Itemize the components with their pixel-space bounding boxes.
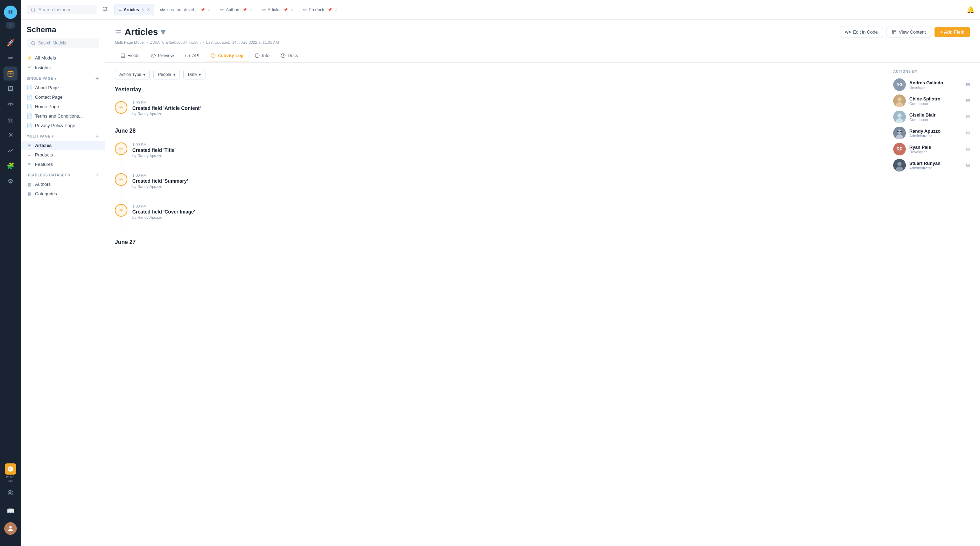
search-instance[interactable]: Search Instance xyxy=(27,5,97,14)
chart-bar-icon xyxy=(7,116,14,123)
filter-date[interactable]: Date ▾ xyxy=(183,70,205,80)
mail-icon[interactable]: ✉ xyxy=(966,82,970,88)
svg-point-36 xyxy=(897,97,902,102)
orange-badge-icon[interactable]: Z xyxy=(5,463,16,474)
sidebar-item-all-models[interactable]: ⚡ All Models xyxy=(21,53,105,63)
sidebar-item-articles[interactable]: ≡ Articles xyxy=(21,141,105,150)
search-icon xyxy=(31,7,36,12)
page-title-dropdown[interactable]: ▾ xyxy=(161,27,165,37)
person-avatar-sr xyxy=(893,159,906,172)
tab-activity-log[interactable]: Activity Log xyxy=(205,49,249,62)
section-single-page-add[interactable]: + xyxy=(95,75,99,81)
sidebar-item-contact-page[interactable]: 📄 Contact Page xyxy=(21,92,105,102)
pin-icon: ☆ xyxy=(141,8,144,11)
mail-icon[interactable]: ✉ xyxy=(966,114,970,120)
sidebar-item-rocket[interactable]: 🚀 xyxy=(3,36,18,50)
section-multi-page-add[interactable]: + xyxy=(95,133,99,139)
user-avatar[interactable] xyxy=(4,522,17,535)
sidebar-item-home-page[interactable]: 📄 Home Page xyxy=(21,102,105,111)
close-icon[interactable]: ✕ xyxy=(250,8,252,11)
bell-icon[interactable]: 🔔 xyxy=(967,6,974,14)
sidebar-item-insights[interactable]: Insights xyxy=(21,63,105,72)
section-single-page: SINGLE PAGE ▾ + xyxy=(21,72,105,83)
tab-products[interactable]: ✏ Products 📌 ✕ xyxy=(299,5,342,15)
page-icon: 📄 xyxy=(27,85,32,90)
activity-by: by Randy Apuzzo xyxy=(132,111,882,116)
activity-log-icon xyxy=(211,53,216,58)
tab-creators-devel[interactable]: </> creators-devel ... 📌 ✕ xyxy=(155,5,215,15)
person-name: Chloe Spilotro xyxy=(909,96,963,102)
svg-line-17 xyxy=(34,44,35,45)
timeline-line xyxy=(121,216,121,227)
tab-preview[interactable]: Preview xyxy=(145,49,180,62)
add-field-button[interactable]: + Add Field xyxy=(934,27,970,37)
tab-articles-2[interactable]: ✏ Articles 📌 ✕ xyxy=(258,5,298,15)
sidebar-item-code[interactable]: </> xyxy=(3,97,18,111)
nav-logo[interactable]: H xyxy=(4,6,17,19)
tab-label: Products xyxy=(309,7,325,12)
sidebar-item-book[interactable]: 📖 xyxy=(3,504,18,518)
close-icon[interactable]: ✕ xyxy=(291,8,293,11)
svg-point-8 xyxy=(32,8,35,11)
sidebar-item-features[interactable]: ≡ Features xyxy=(21,159,105,169)
activity-time: 1:00 PM xyxy=(132,142,882,146)
person-info: Andres Galindo Developer xyxy=(909,80,963,89)
sidebar-item-about-page[interactable]: 📄 About Page xyxy=(21,83,105,92)
person-avatar-cs xyxy=(893,94,906,107)
sidebar-item-privacy[interactable]: 📄 Privacy Policy Page xyxy=(21,121,105,130)
tab-docs[interactable]: Docs xyxy=(275,49,304,62)
all-models-icon: ⚡ xyxy=(27,55,32,60)
sidebar-item-categories[interactable]: ▦ Categories xyxy=(21,189,105,199)
sidebar-item-settings[interactable]: ⚙ xyxy=(3,174,18,188)
person-info: Randy Apuzzo Administrator xyxy=(909,129,963,138)
tab-articles-active[interactable]: ≡ Articles ☆ ✕ xyxy=(114,5,154,15)
mail-icon[interactable]: ✉ xyxy=(966,98,970,103)
sidebar-item-graph[interactable] xyxy=(3,143,18,158)
close-icon[interactable]: ✕ xyxy=(147,8,150,11)
meta-dot-2: • xyxy=(203,40,204,45)
avatar-initials: RP xyxy=(897,146,903,151)
svg-point-6 xyxy=(9,490,11,492)
mail-icon[interactable]: ✉ xyxy=(966,146,970,152)
activity-time: 1:00 PM xyxy=(132,100,882,105)
sidebar-item-products[interactable]: ≡ Products xyxy=(21,150,105,159)
section-headless-add[interactable]: + xyxy=(95,172,99,178)
close-icon[interactable]: ✕ xyxy=(208,8,210,11)
sidebar-item-cross[interactable]: ✕ xyxy=(3,128,18,142)
filter-icon[interactable] xyxy=(99,5,111,15)
nav-collapse-button[interactable]: » xyxy=(6,22,15,29)
view-content-button[interactable]: View Content xyxy=(886,27,931,37)
sidebar-item-authors[interactable]: ▦ Authors xyxy=(21,180,105,189)
tab-fields[interactable]: Fields xyxy=(115,49,145,62)
mail-icon[interactable]: ✉ xyxy=(966,130,970,136)
filter-people[interactable]: People ▾ xyxy=(153,70,180,80)
page-icon: 📄 xyxy=(27,104,32,109)
sidebar-search[interactable]: Search Models xyxy=(27,38,99,48)
timeline-line xyxy=(121,186,121,196)
sidebar-item-team[interactable] xyxy=(3,486,18,500)
mail-icon[interactable]: ✉ xyxy=(966,162,970,168)
database-icon xyxy=(7,70,14,77)
sidebar-item-chart[interactable] xyxy=(3,113,18,127)
sidebar-item-puzzle[interactable]: 🧩 xyxy=(3,159,18,173)
section-single-page-label: SINGLE PAGE ▾ xyxy=(27,76,57,81)
main-area: Search Instance ≡ Articles ☆ ✕ </> creat… xyxy=(21,0,980,546)
edit-in-code-button[interactable]: </> Edit in Code xyxy=(840,27,883,37)
zesty-icon: Z xyxy=(7,466,14,472)
svg-point-16 xyxy=(32,41,35,45)
sidebar-item-image[interactable]: 🖼 xyxy=(3,82,18,96)
tab-info[interactable]: Info xyxy=(249,49,275,62)
close-icon[interactable]: ✕ xyxy=(335,8,337,11)
actions-by-item: AG Andres Galindo Developer ✉ xyxy=(893,78,970,91)
tab-authors[interactable]: ✏ Authors 📌 ✕ xyxy=(216,5,256,15)
tab-api[interactable]: API xyxy=(180,49,205,62)
dataset-icon: ▦ xyxy=(27,181,32,187)
sidebar-search-placeholder: Search Models xyxy=(38,41,66,46)
sidebar-item-terms[interactable]: 📄 Terms and Conditions... xyxy=(21,111,105,121)
nav-logo-letter: H xyxy=(8,9,13,16)
filter-action-type[interactable]: Action Type ▾ xyxy=(115,70,150,80)
sidebar-item-database[interactable] xyxy=(3,67,18,81)
sidebar-item-edit[interactable]: ✏ xyxy=(3,51,18,65)
page-title-icon xyxy=(115,29,122,36)
person-avatar-rp: RP xyxy=(893,143,906,155)
